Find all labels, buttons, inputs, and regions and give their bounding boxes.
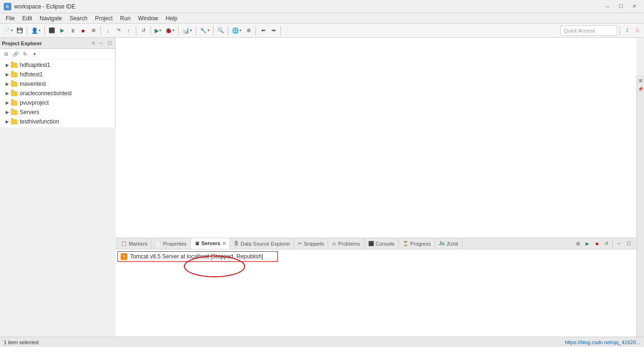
title-bar-left: E workspace - Eclipse IDE bbox=[4, 3, 75, 10]
forward-button[interactable]: ➡ bbox=[269, 25, 278, 36]
back-button[interactable]: ⬅ bbox=[258, 25, 268, 36]
pe-close-icon[interactable]: ✕ bbox=[91, 41, 95, 46]
java-perspective-button[interactable]: J bbox=[622, 25, 632, 36]
editor-area bbox=[116, 38, 636, 248]
tab-console-label: Console bbox=[376, 241, 395, 247]
step-over-button[interactable]: ↷ bbox=[114, 25, 123, 36]
resume-button[interactable]: ▶ bbox=[58, 25, 67, 36]
tomcat-icon: T bbox=[121, 253, 127, 260]
git-perspective-button[interactable]: G bbox=[633, 25, 642, 36]
app-icon: E bbox=[4, 3, 11, 10]
stop-server-button[interactable]: ■ bbox=[593, 240, 601, 248]
server-entry-label: Tomcat v8.5 Server at localhost [Stopped… bbox=[130, 253, 263, 260]
bt-maximize-button[interactable]: ☐ bbox=[624, 240, 633, 248]
search-button[interactable]: 🔍 bbox=[216, 25, 225, 36]
tab-datasource[interactable]: 🗄 Data Source Explorer bbox=[230, 238, 294, 249]
tree-icon-hdfstest1 bbox=[10, 71, 18, 78]
tree-item-testhivefunction[interactable]: ▶ testhivefunction bbox=[0, 117, 115, 126]
sep3 bbox=[100, 26, 101, 35]
step-into-button[interactable]: ↓ bbox=[103, 25, 113, 36]
tree-label-servers: Servers bbox=[20, 109, 39, 116]
restart-server-button[interactable]: ↺ bbox=[602, 240, 611, 248]
tab-markers[interactable]: 📋 Markers bbox=[117, 238, 152, 249]
tab-servers[interactable]: 🖥 Servers ✕ bbox=[191, 238, 230, 249]
menu-edit[interactable]: Edit bbox=[18, 14, 36, 23]
tree-label-pvuv: pvuvproject bbox=[20, 99, 49, 106]
tree-icon-hdfsapitest1 bbox=[10, 61, 18, 69]
right-sidebar: ⊞ 📌 bbox=[636, 75, 644, 337]
window-title: workspace - Eclipse IDE bbox=[14, 3, 75, 10]
bt-minimize-button[interactable]: ─ bbox=[615, 240, 623, 248]
save-button[interactable]: 💾 bbox=[15, 25, 25, 36]
start-server-button[interactable]: ▶ bbox=[583, 240, 592, 248]
sep12 bbox=[619, 26, 620, 35]
tree-label-hdfsapitest1: hdfsapitest1 bbox=[20, 62, 50, 68]
terminate-button[interactable]: ■ bbox=[78, 25, 88, 36]
perspective-button[interactable]: 🌐 ▾ bbox=[231, 25, 243, 36]
tab-problems-label: Problems bbox=[338, 241, 360, 247]
external-tools-button[interactable]: 🔧 ▾ bbox=[198, 25, 211, 36]
tab-properties[interactable]: 📄 Properties bbox=[152, 238, 191, 249]
minimize-button[interactable]: ─ bbox=[602, 2, 614, 11]
coverage-button[interactable]: 📊 ▾ bbox=[181, 25, 193, 36]
tab-progress[interactable]: ⏳ Progress bbox=[399, 238, 435, 249]
tree-item-oracleconnectiontest[interactable]: ▶ oracleconnectiontest bbox=[0, 89, 115, 98]
tab-problems[interactable]: ⚠ Problems bbox=[328, 238, 364, 249]
new-server-button[interactable]: ⊞ bbox=[574, 240, 582, 248]
link-with-editor-button[interactable]: 🔗 bbox=[11, 50, 20, 58]
tree-arrow-hive: ▶ bbox=[4, 118, 10, 125]
pe-maximize-button[interactable]: ☐ bbox=[106, 40, 113, 47]
tree-item-servers[interactable]: ▶ Servers bbox=[0, 107, 115, 117]
menu-file[interactable]: File bbox=[2, 14, 18, 23]
sep9 bbox=[228, 26, 228, 35]
menu-help[interactable]: Help bbox=[162, 14, 182, 23]
project-explorer-header: Project Explorer ✕ ─ ☐ bbox=[0, 38, 115, 49]
disconnect-button[interactable]: ⊗ bbox=[89, 25, 98, 36]
pe-view-menu-button[interactable]: ▾ bbox=[30, 50, 39, 58]
menu-search[interactable]: Search bbox=[66, 14, 91, 23]
pe-toolbar: ⊟ 🔗 ↻ ▾ bbox=[0, 49, 115, 59]
tab-snippets[interactable]: ✂ Snippets bbox=[294, 238, 328, 249]
sep11 bbox=[281, 26, 281, 35]
menu-bar: File Edit Navigate Search Project Run Wi… bbox=[0, 13, 644, 24]
menu-run[interactable]: Run bbox=[116, 14, 134, 23]
tree-icon-servers bbox=[10, 108, 18, 116]
maximize-button[interactable]: ☐ bbox=[615, 2, 627, 11]
server-entry-tomcat[interactable]: T Tomcat v8.5 Server at localhost [Stopp… bbox=[117, 251, 278, 262]
menu-navigate[interactable]: Navigate bbox=[36, 14, 66, 23]
tree-icon-oracle bbox=[10, 90, 18, 97]
run-button[interactable]: ▶ ▾ bbox=[153, 25, 163, 36]
menu-window[interactable]: Window bbox=[134, 14, 162, 23]
tab-console[interactable]: ⬛ Console bbox=[364, 238, 399, 249]
skip-all-breakpoints-button[interactable]: ⬛ bbox=[47, 25, 57, 36]
tree-item-pvuvproject[interactable]: ▶ pvuvproject bbox=[0, 98, 115, 107]
sep2 bbox=[44, 26, 45, 35]
quick-access-input[interactable]: Quick Access bbox=[561, 25, 617, 36]
rs-btn1[interactable]: ⊞ bbox=[637, 77, 644, 84]
tree-item-hdfstest1[interactable]: ▶ hdfstest1 bbox=[0, 70, 115, 79]
sep1 bbox=[27, 26, 27, 35]
reset-button[interactable]: ↺ bbox=[139, 25, 148, 36]
pe-minimize-button[interactable]: ─ bbox=[97, 40, 105, 47]
step-return-button[interactable]: ↑ bbox=[124, 25, 133, 36]
bottom-panel-content: T Tomcat v8.5 Server at localhost [Stopp… bbox=[116, 249, 636, 337]
suspend-button[interactable]: ⏸ bbox=[68, 25, 77, 36]
tab-servers-close[interactable]: ✕ bbox=[222, 241, 226, 246]
rs-btn2[interactable]: 📌 bbox=[637, 86, 644, 92]
tab-markers-label: Markers bbox=[129, 241, 148, 247]
tree-label-maventest: maventest bbox=[20, 81, 46, 87]
collapse-all-button[interactable]: ⊟ bbox=[2, 50, 10, 58]
sep10 bbox=[256, 26, 256, 35]
tab-junit[interactable]: Ju JUnit bbox=[435, 238, 462, 249]
debug-button[interactable]: 🐞 ▾ bbox=[164, 25, 176, 36]
new-button[interactable]: 📄 ▾ bbox=[2, 25, 14, 36]
tree-item-maventest[interactable]: ▶ maventest bbox=[0, 79, 115, 89]
tree-item-hdfsapitest1[interactable]: ▶ hdfsapitest1 bbox=[0, 60, 115, 70]
status-bar: 1 item selected https://blog.csdn.net/qq… bbox=[0, 337, 644, 347]
user-button[interactable]: 👤 ▾ bbox=[30, 25, 42, 36]
pe-sync-button[interactable]: ↻ bbox=[21, 50, 29, 58]
menu-project[interactable]: Project bbox=[91, 14, 116, 23]
tree-label-hive: testhivefunction bbox=[20, 118, 59, 125]
nav-button1[interactable]: ⊕ bbox=[244, 25, 253, 36]
close-button[interactable]: ✕ bbox=[628, 2, 640, 11]
